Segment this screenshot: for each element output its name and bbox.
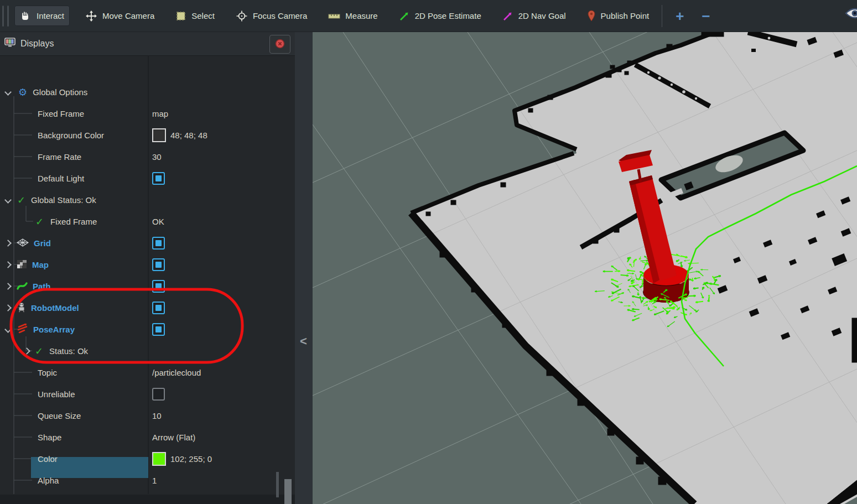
row-robot-model[interactable]: RobotModel xyxy=(0,297,283,319)
row-pose-array-status[interactable]: ✓ Status: Ok xyxy=(0,340,283,362)
tool-select[interactable]: Select xyxy=(170,6,220,26)
row-label: Global Options xyxy=(33,87,87,97)
background-color-swatch[interactable] xyxy=(152,128,166,142)
fixed-frame-value[interactable]: map xyxy=(152,109,168,118)
row-global-options[interactable]: ⚙ Global Options xyxy=(0,81,283,103)
row-shape[interactable]: Shape Arrow (Flat) xyxy=(0,427,283,448)
scrollbar-track[interactable] xyxy=(276,472,279,497)
frame-rate-value[interactable]: 30 xyxy=(152,152,162,162)
panel-close-button[interactable] xyxy=(269,35,290,54)
row-fixed-frame-status[interactable]: ✓ Fixed Frame OK xyxy=(0,211,283,232)
row-path[interactable]: Path xyxy=(0,276,283,297)
3d-viewport[interactable] xyxy=(313,32,857,504)
chevron-right-icon[interactable] xyxy=(23,347,30,355)
row-color[interactable]: Color 102; 255; 0 xyxy=(0,448,283,470)
collapse-panel-arrow-icon[interactable]: < xyxy=(300,334,307,349)
tool-interact[interactable]: Interact xyxy=(14,6,70,26)
zoom-out-button[interactable]: − xyxy=(693,9,719,23)
pose-array-color-value[interactable]: 102; 255; 0 xyxy=(170,454,212,464)
map-checkbox[interactable] xyxy=(152,258,165,271)
topic-value[interactable]: /particlecloud xyxy=(152,368,201,377)
chevron-right-icon[interactable] xyxy=(4,240,12,247)
row-label: Fixed Frame xyxy=(50,217,97,226)
zoom-in-button[interactable]: + xyxy=(667,9,693,23)
tool-measure[interactable]: Measure xyxy=(323,7,383,25)
toolbar-grip[interactable] xyxy=(2,6,4,27)
status-ok-check-icon: ✓ xyxy=(35,216,44,228)
grid-checkbox[interactable] xyxy=(152,237,165,250)
grid-icon xyxy=(17,238,29,248)
tool-label: Publish Point xyxy=(601,11,650,20)
path-checkbox[interactable] xyxy=(152,280,165,293)
row-label: Color xyxy=(38,454,58,464)
row-label: Map xyxy=(32,260,49,269)
tool-2d-nav-goal[interactable]: 2D Nav Goal xyxy=(497,6,572,26)
tool-toolbar: Interact Move Camera Select Focus Camera xyxy=(0,0,857,33)
tool-focus-camera[interactable]: Focus Camera xyxy=(230,6,313,27)
row-label: Default Light xyxy=(38,174,84,183)
tool-2d-pose-estimate[interactable]: 2D Pose Estimate xyxy=(393,6,487,26)
toolbar-grip[interactable] xyxy=(7,6,9,27)
chevron-right-icon[interactable] xyxy=(4,304,12,311)
alpha-value[interactable]: 1 xyxy=(152,476,157,485)
row-frame-rate[interactable]: Frame Rate 30 xyxy=(0,146,283,168)
chevron-down-icon[interactable] xyxy=(4,89,12,96)
row-fixed-frame[interactable]: Fixed Frame map xyxy=(0,103,283,124)
eye-icon[interactable] xyxy=(845,7,857,24)
tool-label: Measure xyxy=(345,11,377,20)
pose-array-checkbox[interactable] xyxy=(152,323,165,336)
pose-array-color-swatch[interactable] xyxy=(152,452,166,466)
chevron-down-icon[interactable] xyxy=(4,326,12,333)
tool-move-camera[interactable]: Move Camera xyxy=(80,6,160,27)
nav-goal-arrow-icon xyxy=(502,11,513,22)
row-label: Frame Rate xyxy=(38,152,81,162)
chevron-right-icon[interactable] xyxy=(4,261,12,268)
hand-icon xyxy=(20,10,32,22)
row-label: Fixed Frame xyxy=(38,109,84,118)
row-background-color[interactable]: Background Color 48; 48; 48 xyxy=(0,124,283,146)
displays-panel: Displays xyxy=(0,32,295,504)
chevron-right-icon[interactable] xyxy=(4,283,12,290)
tool-publish-point[interactable]: Publish Point xyxy=(581,6,655,26)
tool-label: 2D Nav Goal xyxy=(518,11,566,20)
row-label: Queue Size xyxy=(38,411,81,420)
measure-icon xyxy=(328,12,340,20)
fixed-frame-status-value: OK xyxy=(152,217,164,226)
close-icon xyxy=(275,39,285,50)
row-queue-size[interactable]: Queue Size 10 xyxy=(0,405,283,427)
row-pose-array[interactable]: PoseArray xyxy=(0,319,283,340)
status-ok-check-icon: ✓ xyxy=(17,194,25,206)
row-global-status[interactable]: ✓ Global Status: Ok xyxy=(0,189,283,211)
map-pin-icon xyxy=(587,10,596,22)
row-default-light[interactable]: Default Light xyxy=(0,168,283,189)
default-light-checkbox[interactable] xyxy=(152,172,165,185)
rviz-window: { "toolbar": { "tools": [ {"label": "Int… xyxy=(0,0,857,504)
row-alpha[interactable]: Alpha 1 xyxy=(0,470,283,491)
row-label: Grid xyxy=(34,238,51,248)
row-topic[interactable]: Topic /particlecloud xyxy=(0,362,283,383)
shape-value[interactable]: Arrow (Flat) xyxy=(152,433,195,442)
chevron-down-icon[interactable] xyxy=(4,196,12,204)
row-unreliable[interactable]: Unreliable xyxy=(0,383,283,405)
tool-label: 2D Pose Estimate xyxy=(415,11,481,20)
toolbar-separator xyxy=(662,5,662,27)
panel-bottom-edge xyxy=(0,495,295,504)
displays-panel-header[interactable]: Displays xyxy=(0,32,295,56)
unreliable-checkbox[interactable] xyxy=(152,388,165,401)
robot-model-checkbox[interactable] xyxy=(152,302,165,314)
panel-title-text: Displays xyxy=(20,39,54,49)
background-color-value[interactable]: 48; 48; 48 xyxy=(170,131,207,140)
displays-icon xyxy=(4,38,15,50)
row-grid[interactable]: Grid xyxy=(0,232,283,254)
row-label: Status: Ok xyxy=(49,346,88,356)
tool-label: Interact xyxy=(37,11,64,20)
scrollbar-thumb[interactable] xyxy=(284,479,292,504)
panel-splitter[interactable]: < xyxy=(295,32,313,504)
robot-icon xyxy=(17,302,27,314)
row-label: Unreliable xyxy=(38,389,75,399)
row-map[interactable]: Map xyxy=(0,254,283,276)
path-icon xyxy=(17,282,28,292)
queue-size-value[interactable]: 10 xyxy=(152,411,162,420)
map-icon xyxy=(17,259,27,271)
tool-label: Select xyxy=(191,11,215,20)
